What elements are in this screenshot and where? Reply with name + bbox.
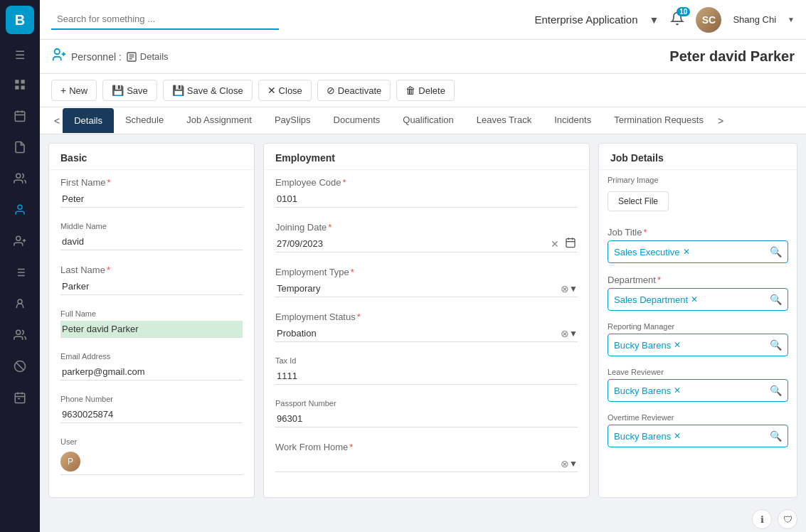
emp-code-input[interactable] bbox=[275, 191, 578, 208]
overtime-reviewer-remove-button[interactable]: ✕ bbox=[674, 431, 681, 441]
tab-prev-button[interactable]: < bbox=[51, 110, 63, 132]
sidebar-item-schedule2[interactable] bbox=[6, 383, 34, 412]
sidebar-item-calendar[interactable] bbox=[6, 102, 34, 130]
sidebar-item-dashboard[interactable] bbox=[6, 70, 34, 99]
tab-payslips[interactable]: PaySlips bbox=[263, 107, 322, 134]
reporting-manager-search-button[interactable]: 🔍 bbox=[770, 339, 782, 351]
overtime-reviewer-input[interactable]: Bucky Barens ✕ 🔍 bbox=[608, 425, 788, 447]
emp-type-clear-button[interactable]: ⊗ bbox=[561, 283, 569, 294]
svg-rect-3 bbox=[21, 86, 25, 90]
full-name-input bbox=[60, 321, 243, 338]
leave-reviewer-remove-button[interactable]: ✕ bbox=[674, 385, 681, 395]
sidebar-item-users[interactable] bbox=[6, 227, 34, 255]
wfh-input[interactable] bbox=[275, 455, 561, 472]
overtime-reviewer-field: Overtime Reviewer Bucky Barens ✕ 🔍 bbox=[599, 408, 797, 453]
middle-name-input[interactable] bbox=[60, 233, 243, 250]
delete-icon: 🗑 bbox=[405, 85, 415, 96]
svg-rect-1 bbox=[21, 80, 25, 83]
job-title-remove-button[interactable]: ✕ bbox=[683, 247, 690, 257]
save-button[interactable]: 💾 Save bbox=[102, 80, 157, 101]
hamburger-icon[interactable]: ☰ bbox=[9, 43, 31, 68]
tab-qualification[interactable]: Qualification bbox=[391, 107, 465, 134]
tab-incidents[interactable]: Incidents bbox=[543, 107, 603, 134]
tab-schedule[interactable]: Schedule bbox=[114, 107, 175, 134]
emp-type-input[interactable] bbox=[275, 280, 561, 297]
tax-id-label: Tax Id bbox=[275, 356, 578, 365]
svg-rect-0 bbox=[15, 80, 18, 83]
reporting-manager-input[interactable]: Bucky Barens ✕ 🔍 bbox=[608, 334, 788, 356]
emp-type-dropdown-button[interactable]: ▼ bbox=[569, 284, 578, 294]
sidebar-item-person[interactable] bbox=[6, 196, 34, 224]
passport-input[interactable] bbox=[275, 410, 578, 427]
emp-type-wrapper: ⊗ ▼ bbox=[275, 280, 578, 297]
date-picker-button[interactable] bbox=[563, 235, 578, 252]
save-icon: 💾 bbox=[112, 85, 124, 96]
tab-termination[interactable]: Termination Requests bbox=[603, 107, 715, 134]
job-details-title: Job Details bbox=[599, 144, 797, 170]
emp-status-clear-button[interactable]: ⊗ bbox=[561, 328, 569, 339]
close-button[interactable]: ✕ Close bbox=[258, 80, 312, 101]
leave-reviewer-label: Leave Reviewer bbox=[608, 368, 788, 376]
filter-icon[interactable]: ▼ bbox=[649, 14, 659, 26]
department-remove-button[interactable]: ✕ bbox=[691, 294, 698, 304]
email-input[interactable] bbox=[60, 363, 243, 381]
sidebar-item-list[interactable] bbox=[6, 258, 34, 287]
job-title-search-button[interactable]: 🔍 bbox=[770, 246, 782, 257]
user-menu-chevron[interactable]: ▼ bbox=[788, 16, 795, 23]
department-tag: Sales Department ✕ bbox=[614, 294, 698, 305]
sidebar-item-people-settings[interactable] bbox=[6, 321, 34, 349]
reporting-manager-value: Bucky Barens bbox=[614, 340, 671, 351]
search-input[interactable] bbox=[51, 9, 279, 30]
shield-icon-button[interactable]: 🛡 bbox=[778, 509, 797, 529]
wfh-clear-button[interactable]: ⊗ bbox=[561, 458, 569, 469]
select-file-button[interactable]: Select File bbox=[608, 191, 669, 211]
deactivate-button[interactable]: ⊘ Deactivate bbox=[317, 80, 391, 101]
info-icon-button[interactable]: ℹ bbox=[752, 509, 772, 529]
search-box[interactable] bbox=[51, 9, 279, 30]
tax-id-input[interactable] bbox=[275, 368, 578, 385]
delete-label: Delete bbox=[418, 85, 445, 96]
deactivate-icon: ⊘ bbox=[327, 85, 335, 96]
emp-code-field: Employee Code* bbox=[264, 170, 589, 215]
job-title-tag: Sales Executive ✕ bbox=[614, 247, 690, 257]
tab-documents[interactable]: Documents bbox=[322, 107, 392, 134]
save-close-button[interactable]: 💾 Save & Close bbox=[163, 80, 253, 101]
leave-reviewer-input[interactable]: Bucky Barens ✕ 🔍 bbox=[608, 379, 788, 402]
sidebar-item-profile[interactable] bbox=[6, 289, 34, 318]
sidebar-item-team[interactable] bbox=[6, 164, 34, 193]
passport-label: Passport Number bbox=[275, 399, 578, 408]
tab-next-button[interactable]: > bbox=[715, 110, 726, 132]
overtime-reviewer-search-button[interactable]: 🔍 bbox=[770, 430, 782, 442]
tab-leaves-track[interactable]: Leaves Track bbox=[465, 107, 543, 134]
svg-point-28 bbox=[55, 49, 60, 54]
joining-date-input[interactable] bbox=[275, 235, 546, 252]
tab-details[interactable]: Details bbox=[63, 108, 114, 133]
svg-rect-2 bbox=[15, 86, 18, 90]
leave-reviewer-search-button[interactable]: 🔍 bbox=[770, 385, 782, 396]
new-button[interactable]: + New bbox=[51, 80, 97, 101]
employment-title: Employment bbox=[264, 144, 589, 170]
job-details-section: Job Details Primary Image Select File Jo… bbox=[598, 143, 797, 498]
emp-status-dropdown-button[interactable]: ▼ bbox=[569, 329, 578, 339]
department-search-button[interactable]: 🔍 bbox=[770, 294, 782, 305]
first-name-input[interactable] bbox=[60, 191, 243, 208]
breadcrumb-page: Details bbox=[140, 51, 169, 62]
leave-reviewer-field: Leave Reviewer Bucky Barens ✕ 🔍 bbox=[599, 362, 797, 408]
phone-input[interactable] bbox=[60, 406, 243, 423]
wfh-dropdown-button[interactable]: ▼ bbox=[569, 459, 578, 469]
last-name-input[interactable] bbox=[60, 278, 243, 295]
reporting-manager-remove-button[interactable]: ✕ bbox=[674, 340, 681, 350]
job-title-value: Sales Executive bbox=[614, 247, 680, 257]
svg-rect-35 bbox=[566, 239, 575, 248]
tab-job-assignment[interactable]: Job Assignment bbox=[175, 107, 263, 134]
sidebar-item-reports[interactable] bbox=[6, 133, 34, 161]
delete-button[interactable]: 🗑 Delete bbox=[396, 80, 455, 101]
notification-bell[interactable]: 10 bbox=[670, 11, 684, 28]
sidebar-item-cancel[interactable] bbox=[6, 352, 34, 381]
reporting-manager-field: Reporting Manager Bucky Barens ✕ 🔍 bbox=[599, 316, 797, 362]
job-title-input[interactable]: Sales Executive ✕ 🔍 bbox=[608, 240, 788, 263]
department-input[interactable]: Sales Department ✕ 🔍 bbox=[608, 288, 788, 311]
leave-reviewer-tag: Bucky Barens ✕ bbox=[614, 385, 681, 396]
emp-status-input[interactable] bbox=[275, 325, 561, 341]
date-clear-button[interactable]: ✕ bbox=[549, 237, 561, 251]
